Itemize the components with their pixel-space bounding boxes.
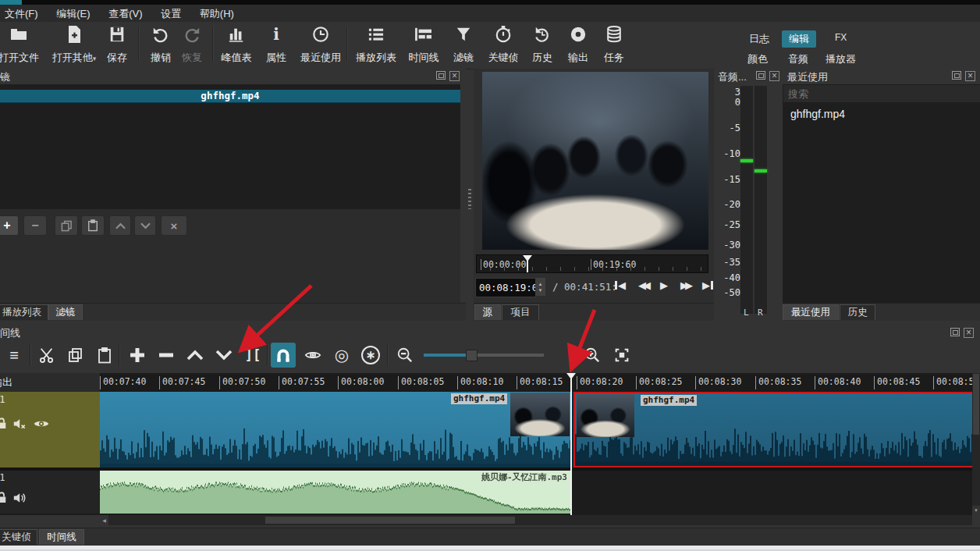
- close-panel-icon[interactable]: ×: [964, 328, 974, 338]
- paste-filters-button[interactable]: [81, 215, 105, 236]
- audio-track-header[interactable]: A1: [0, 471, 100, 514]
- player-playhead-grip[interactable]: [523, 255, 532, 261]
- paste-button[interactable]: [92, 343, 117, 368]
- recent-item[interactable]: ghfhgf.mp4: [790, 108, 845, 120]
- tab-timeline[interactable]: 时间线: [39, 529, 84, 545]
- vscroll-down-button[interactable]: ▼: [972, 506, 980, 515]
- timeline-vscrollbar[interactable]: ▼: [972, 373, 980, 515]
- filters-button[interactable]: 滤镜: [449, 24, 478, 65]
- tab-project[interactable]: 项目: [502, 304, 539, 320]
- play-button[interactable]: ▶: [660, 279, 668, 291]
- mute-icon[interactable]: [12, 417, 28, 431]
- deselect-filter-button[interactable]: ×: [161, 215, 187, 236]
- undo-button[interactable]: 撤销: [145, 24, 176, 65]
- menu-help[interactable]: 帮助(H): [192, 5, 242, 22]
- zoom-in-button[interactable]: [580, 343, 605, 368]
- peak-meter-button[interactable]: 峰值表: [219, 24, 254, 65]
- tab-keyframes[interactable]: 关键侦: [0, 529, 37, 545]
- filters-clip-row[interactable]: ghfhgf.mp4: [0, 90, 460, 103]
- timeline-zoom-slider[interactable]: [424, 354, 544, 357]
- tab-recent[interactable]: 最近使用: [783, 304, 839, 320]
- copy-button[interactable]: [63, 343, 88, 368]
- float-panel-icon[interactable]: [950, 328, 960, 336]
- ripple-button[interactable]: ◎: [329, 343, 354, 368]
- video-track-header[interactable]: V1: [0, 392, 100, 467]
- timeline-button[interactable]: 时间线: [407, 24, 441, 65]
- lock-icon[interactable]: [0, 491, 9, 505]
- split-button[interactable]: ][: [240, 343, 265, 368]
- lock-icon[interactable]: [0, 417, 9, 431]
- close-panel-icon[interactable]: ×: [449, 71, 460, 81]
- move-filter-up-button[interactable]: [109, 215, 131, 236]
- layout-audio[interactable]: 音频: [788, 52, 808, 66]
- zoom-slider-handle[interactable]: [466, 350, 478, 361]
- history-button[interactable]: 历史: [527, 24, 558, 65]
- zoom-fit-button[interactable]: [609, 343, 634, 368]
- zoom-out-button[interactable]: [392, 343, 417, 368]
- fast-forward-button[interactable]: ▶▶: [680, 279, 690, 291]
- menu-file[interactable]: 文件(F): [0, 5, 46, 22]
- append-button[interactable]: [125, 343, 150, 368]
- jobs-button[interactable]: 任务: [598, 24, 630, 65]
- hide-eye-icon[interactable]: [33, 418, 50, 430]
- menu-settings[interactable]: 设置: [153, 5, 189, 22]
- export-button[interactable]: 输出: [563, 24, 594, 65]
- skip-next-button[interactable]: ▶: [702, 279, 713, 291]
- float-panel-icon[interactable]: [436, 71, 446, 80]
- snap-button[interactable]: [271, 343, 296, 368]
- layout-color[interactable]: 颜色: [747, 52, 768, 66]
- cut-button[interactable]: [34, 343, 59, 368]
- properties-button[interactable]: i 属性: [261, 24, 292, 65]
- add-filter-button[interactable]: +: [0, 215, 19, 236]
- layout-player[interactable]: 播放器: [826, 52, 856, 66]
- timecode-spinbox[interactable]: 00:08:19:06: [475, 278, 536, 297]
- tab-playlist[interactable]: 播放列表: [0, 304, 48, 320]
- move-filter-down-button[interactable]: [134, 215, 156, 236]
- overwrite-button[interactable]: [211, 343, 236, 368]
- tab-filters[interactable]: 滤镜: [48, 304, 83, 320]
- scrub-while-dragging-button[interactable]: [300, 343, 325, 368]
- save-button[interactable]: 保存: [101, 24, 133, 65]
- open-other-button[interactable]: 打开其他▾: [47, 24, 101, 65]
- recent-button[interactable]: 最近使用: [298, 24, 343, 65]
- ripple-all-tracks-button[interactable]: ∗: [358, 343, 383, 368]
- close-panel-icon[interactable]: ×: [769, 71, 779, 81]
- rewind-button[interactable]: ◀◀: [638, 279, 648, 291]
- redo-button[interactable]: 恢复: [176, 24, 208, 65]
- hscroll-handle[interactable]: [265, 517, 515, 524]
- menu-view[interactable]: 查看(V): [101, 5, 150, 22]
- lift-button[interactable]: [183, 343, 208, 368]
- timeline-playhead[interactable]: [570, 373, 572, 515]
- remove-filter-button[interactable]: −: [23, 215, 47, 236]
- video-clip-1[interactable]: ghfhgf.mp4: [100, 392, 571, 467]
- layout-fx[interactable]: FX: [835, 32, 847, 43]
- close-panel-icon[interactable]: ×: [965, 71, 975, 81]
- master-track-header[interactable]: 输出: [0, 373, 100, 393]
- float-panel-icon[interactable]: [952, 71, 961, 80]
- layout-editing[interactable]: 编辑: [782, 30, 816, 48]
- timeline-hscrollbar[interactable]: ◀: [100, 515, 972, 525]
- skip-previous-button[interactable]: ◀: [615, 279, 626, 291]
- copy-filters-button[interactable]: [55, 215, 78, 236]
- tab-history[interactable]: 历史: [840, 304, 875, 320]
- vscroll-handle[interactable]: [973, 374, 979, 435]
- splitter-handle[interactable]: [468, 189, 471, 209]
- hscroll-left-button[interactable]: ◀: [100, 515, 108, 525]
- ripple-delete-button[interactable]: [154, 343, 179, 368]
- playlist-button[interactable]: 播放列表: [353, 24, 399, 65]
- layout-logging[interactable]: 日志: [749, 32, 769, 46]
- recent-search-input[interactable]: [783, 84, 980, 103]
- audio-clip[interactable]: 姚贝娜-又忆江南.mp3: [100, 471, 571, 514]
- tab-source[interactable]: 源: [474, 304, 501, 320]
- float-panel-icon[interactable]: [756, 71, 765, 80]
- timeline-ruler[interactable]: 00:07:40 00:07:45 00:07:50 00:07:55 00:0…: [100, 373, 980, 393]
- keyframes-button[interactable]: 关键侦: [485, 24, 522, 65]
- open-file-button[interactable]: 打开文件: [0, 24, 37, 65]
- video-clip-2-selected[interactable]: ghfhgf.mp4: [573, 392, 980, 467]
- timeline-playhead-grip[interactable]: [566, 373, 576, 379]
- timeline-menu-button[interactable]: ≡: [2, 343, 27, 368]
- unmute-icon[interactable]: [12, 491, 28, 505]
- timecode-spinner[interactable]: ▲▼: [535, 278, 545, 296]
- player-seek-bar[interactable]: 00:00:00 00:19:60: [476, 254, 708, 273]
- menu-edit[interactable]: 编辑(E): [48, 5, 98, 22]
